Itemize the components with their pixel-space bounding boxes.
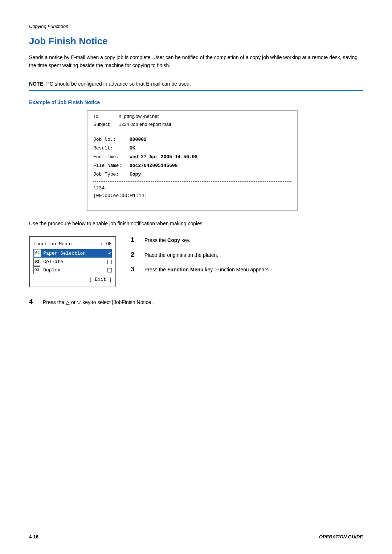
page-title: Job Finish Notice	[29, 36, 363, 47]
lcd-screen: Function Menu: ✦ OK 01 Paper Selection ✔…	[29, 236, 116, 287]
email-endtime-label: End Time:	[93, 153, 130, 161]
lcd-row2-checkbox	[107, 260, 112, 264]
note-label: NOTE:	[29, 81, 45, 87]
lcd-header: Function Menu: ✦ OK	[33, 240, 112, 248]
lcd-row1-check: ✔	[108, 249, 111, 258]
steps-list: 1 Press the Copy key. 2 Place the origin…	[131, 236, 363, 280]
lcd-row2-label: Collate	[43, 258, 63, 266]
email-to-label: To:	[93, 114, 119, 120]
email-subject-label: Subject:	[93, 122, 119, 128]
email-subject-value: 1234 Job end report mail	[119, 122, 291, 128]
lcd-row1-label: Paper Selection	[43, 249, 86, 258]
step-3: 3 Press the Function Menu key. Function …	[131, 266, 363, 274]
step-3-text: Press the Function Menu key. Function Me…	[144, 266, 270, 274]
step-4-text: Press the △ or ▽ key to select [JobFinis…	[43, 298, 154, 306]
email-jobno-row: Job No.: 000002	[93, 136, 291, 144]
footer-page: 4-16	[29, 534, 38, 539]
email-filename-row: File Name: doc27042005145608	[93, 162, 291, 170]
note-text: PC should be configured in advance so th…	[45, 81, 191, 87]
breadcrumb: Copying Functions	[29, 24, 363, 29]
email-footer-line1: 1234	[93, 185, 291, 192]
email-divider-1	[93, 181, 291, 182]
email-jobtype-label: Job Type:	[93, 171, 130, 178]
step-1-number: 1	[131, 236, 139, 244]
top-rule	[29, 22, 363, 22]
email-jobtype-row: Job Type: Copy	[93, 171, 291, 178]
email-header: To: h_pttr@owl-net.net Subject: 1234 Job…	[87, 111, 297, 131]
page: Copying Functions Job Finish Notice Send…	[0, 0, 392, 554]
step-1: 1 Press the Copy key.	[131, 236, 363, 244]
email-divider-2	[93, 203, 291, 203]
note-box: NOTE: PC should be configured in advance…	[29, 77, 363, 91]
lcd-row1-num: 01	[34, 249, 41, 257]
lcd-row3-num: 03	[33, 266, 40, 274]
intro-text: Sends a notice by E-mail when a copy job…	[29, 53, 363, 70]
email-body: Job No.: 000002 Result: OK End Time: Wed…	[87, 131, 297, 210]
email-to-value: h_pttr@owl-net.net	[119, 114, 291, 120]
step-2: 2 Place the originals on the platen.	[131, 251, 363, 259]
email-footer-line2: [00:c0:ee:d0:01:14]	[93, 192, 291, 200]
email-result-row: Result: OK	[93, 144, 291, 152]
lcd-row3-checkbox	[107, 268, 112, 272]
step-3-bold: Function Menu	[167, 267, 204, 272]
email-footer: 1234 [00:c0:ee:d0:01:14]	[93, 185, 291, 200]
email-jobno-value: 000002	[130, 136, 147, 144]
step-3-number: 3	[131, 266, 139, 273]
lcd-row1-selected: 01 Paper Selection ✔	[33, 249, 112, 258]
step-2-text: Place the originals on the platen.	[144, 251, 218, 259]
email-subject-row: Subject: 1234 Job end report mail	[93, 122, 291, 128]
email-to-row: To: h_pttr@owl-net.net	[93, 114, 291, 120]
email-endtime-row: End Time: Wed 27 Apr 2005 14:56:08	[93, 153, 291, 161]
email-jobtype-value: Copy	[130, 171, 141, 178]
procedure-text: Use the procedure below to enable job fi…	[29, 219, 363, 227]
step-2-number: 2	[131, 251, 139, 259]
lcd-row2: 02 Collate	[33, 258, 112, 266]
email-endtime-value: Wed 27 Apr 2005 14:56:08	[130, 153, 197, 161]
lcd-header-left: Function Menu:	[33, 240, 73, 248]
email-filename-label: File Name:	[93, 162, 130, 170]
step-1-bold: Copy	[167, 237, 180, 243]
lcd-header-right: ✦ OK	[101, 240, 112, 248]
lcd-row2-num: 02	[33, 258, 40, 266]
steps-area: Function Menu: ✦ OK 01 Paper Selection ✔…	[29, 236, 363, 287]
lcd-row3: 03 Duplex	[33, 266, 112, 274]
email-result-label: Result:	[93, 144, 130, 152]
step-1-text: Press the Copy key.	[144, 236, 191, 244]
footer-bar: 4-16 OPERATION GUIDE	[29, 531, 363, 539]
lcd-row3-label: Duplex	[43, 266, 60, 274]
email-jobno-label: Job No.:	[93, 136, 130, 144]
email-filename-value: doc27042005145608	[130, 162, 178, 170]
step-4: 4 Press the △ or ▽ key to select [JobFin…	[29, 298, 363, 306]
example-heading: Example of Job Finish Notice	[29, 99, 363, 105]
lcd-exit: [ Exit ]	[33, 275, 112, 284]
email-result-value: OK	[130, 144, 135, 152]
email-box: To: h_pttr@owl-net.net Subject: 1234 Job…	[87, 110, 298, 211]
footer-guide: OPERATION GUIDE	[319, 534, 363, 539]
step-4-number: 4	[29, 298, 38, 306]
